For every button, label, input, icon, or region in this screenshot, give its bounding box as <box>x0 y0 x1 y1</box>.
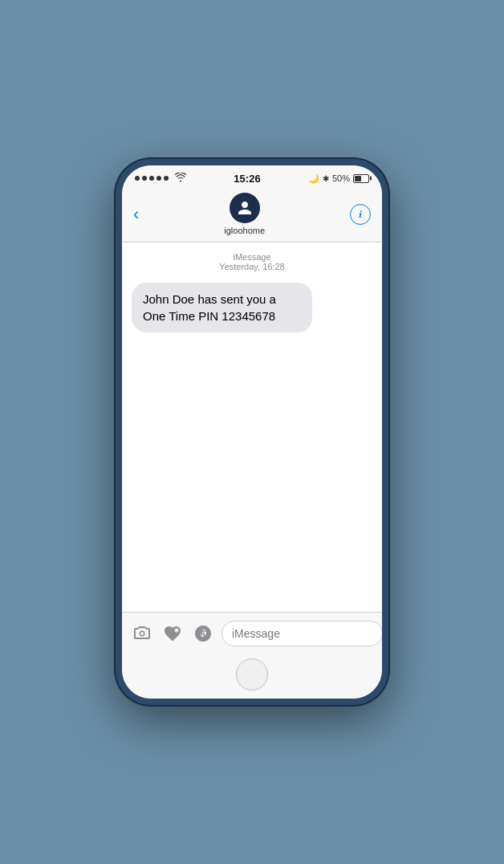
imessage-input[interactable] <box>222 621 382 646</box>
bluetooth-icon: ✱ <box>323 174 329 183</box>
battery-icon <box>353 174 369 183</box>
battery-percent: 50% <box>332 173 350 183</box>
svg-text:A: A <box>201 630 205 638</box>
phone-screen: 15:26 🌙 ✱ 50% ‹ igloohome <box>122 165 382 699</box>
nav-center: igloohome <box>224 193 265 235</box>
messages-area: iMessage Yesterday, 16:28 John Doe has s… <box>122 242 382 612</box>
phone-frame: 15:26 🌙 ✱ 50% ‹ igloohome <box>116 159 388 705</box>
message-meta: iMessage Yesterday, 16:28 <box>132 252 372 271</box>
status-bar: 15:26 🌙 ✱ 50% <box>122 165 382 188</box>
status-left <box>135 173 186 184</box>
heart-button[interactable] <box>161 622 185 646</box>
contact-name: igloohome <box>224 226 265 235</box>
camera-button[interactable] <box>130 622 154 646</box>
contact-avatar-icon <box>237 200 253 216</box>
wifi-icon <box>175 173 186 184</box>
camera-icon <box>132 624 152 643</box>
back-button[interactable]: ‹ <box>133 206 139 223</box>
info-button[interactable]: i <box>350 204 371 225</box>
contact-avatar <box>230 193 260 223</box>
status-time: 15:26 <box>234 173 260 185</box>
input-bar: A <box>122 612 382 654</box>
status-right: 🌙 ✱ 50% <box>308 173 369 184</box>
appstore-button[interactable]: A <box>191 622 215 646</box>
appstore-icon: A <box>193 624 213 643</box>
heart-icon <box>163 624 182 643</box>
nav-bar: ‹ igloohome i <box>122 188 382 242</box>
service-label: iMessage <box>132 252 372 262</box>
signal-icon <box>135 176 169 181</box>
home-button[interactable] <box>236 658 268 691</box>
message-bubble: John Doe has sent you a One Time PIN 123… <box>132 283 312 332</box>
moon-icon: 🌙 <box>308 173 319 184</box>
info-icon: i <box>359 208 362 221</box>
home-area <box>122 654 382 699</box>
message-text: John Doe has sent you a One Time PIN 123… <box>143 292 276 323</box>
message-timestamp: Yesterday, 16:28 <box>132 262 372 271</box>
